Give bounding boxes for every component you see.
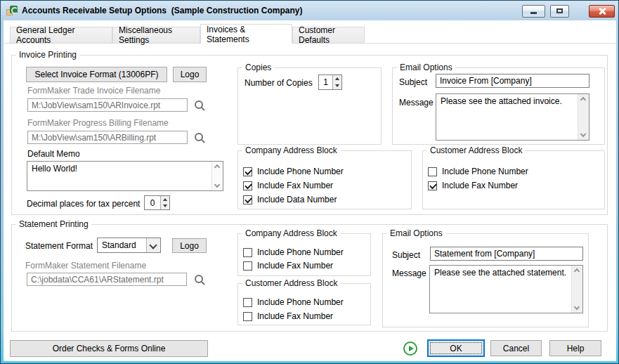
statement-customer-phone-checkbox[interactable]: Include Phone Number xyxy=(243,297,344,307)
checkbox-icon xyxy=(428,181,437,190)
spinner-down-icon[interactable] xyxy=(161,203,169,210)
dialog-window: Accounts Receivable Setup Options (Sampl… xyxy=(0,0,619,364)
checkbox-label: Include Phone Number xyxy=(257,167,344,176)
checkbox-icon xyxy=(243,181,252,190)
invoice-printing-group-label: Invoice Printing xyxy=(16,49,79,60)
minimize-button[interactable] xyxy=(522,5,545,18)
trade-invoice-filename-label: FormMaker Trade Invoice Filename xyxy=(27,86,160,96)
statement-email-options-label: Email Options xyxy=(387,228,445,239)
statement-filename-label: FormMaker Statement Filename xyxy=(25,261,146,271)
statement-company-fax-checkbox[interactable]: Include Fax Number xyxy=(243,261,333,271)
scroll-up-icon[interactable] xyxy=(580,97,586,103)
invoice-email-subject-label: Subject xyxy=(399,77,427,87)
tab-label: General Ledger Accounts xyxy=(16,25,106,45)
spinner-down-icon[interactable] xyxy=(333,82,341,89)
tab-label: Invoices & Statements xyxy=(207,25,286,44)
checkbox-icon xyxy=(243,312,252,321)
invoice-logo-button[interactable]: Logo xyxy=(173,67,207,82)
invoice-company-data-checkbox[interactable]: Include Data Number xyxy=(243,195,337,204)
invoice-customer-address-label: Customer Address Block xyxy=(427,145,525,156)
statement-customer-fax-checkbox[interactable]: Include Fax Number xyxy=(243,311,333,321)
invoice-customer-phone-checkbox[interactable]: Include Phone Number xyxy=(428,167,528,176)
maximize-button[interactable] xyxy=(550,5,569,18)
scroll-down-icon[interactable] xyxy=(574,304,580,310)
statement-format-label: Statement Format xyxy=(25,241,93,251)
invoice-email-message-label: Message xyxy=(399,98,434,108)
statement-email-message-label: Message xyxy=(392,268,426,278)
scroll-up-icon[interactable] xyxy=(574,268,580,274)
default-memo-text: Hello World! xyxy=(32,164,207,174)
scroll-down-icon[interactable] xyxy=(214,182,220,188)
checkbox-icon xyxy=(243,261,252,271)
invoice-company-fax-checkbox[interactable]: Include Fax Number xyxy=(243,181,333,190)
progress-billing-filename-field[interactable]: M:\JobView\sam150\ARBilling.rpt xyxy=(27,131,188,144)
tab-miscellaneous-settings[interactable]: Miscellaneous Settings xyxy=(112,27,200,44)
checkbox-label: Include Fax Number xyxy=(257,311,333,321)
tab-label: Customer Defaults xyxy=(299,25,358,45)
statement-email-message-textarea[interactable]: Please see the attached statement. xyxy=(429,265,583,313)
close-button[interactable] xyxy=(589,5,615,18)
close-icon xyxy=(598,7,606,15)
ok-button[interactable]: OK xyxy=(427,339,485,357)
default-memo-textarea[interactable]: Hello World! xyxy=(27,161,223,191)
invoice-company-address-label: Company Address Block xyxy=(242,145,340,156)
tab-label: Miscellaneous Settings xyxy=(119,25,194,45)
statement-email-subject-label: Subject xyxy=(392,250,420,260)
run-play-icon[interactable] xyxy=(403,342,417,356)
invoice-company-phone-checkbox[interactable]: Include Phone Number xyxy=(243,167,344,176)
statement-email-message-text: Please see the attached statement. xyxy=(434,268,567,278)
tab-customer-defaults[interactable]: Customer Defaults xyxy=(292,27,365,44)
statement-customer-address-label: Customer Address Block xyxy=(242,278,340,289)
statement-company-phone-checkbox[interactable]: Include Phone Number xyxy=(243,247,344,257)
help-button[interactable]: Help xyxy=(549,340,601,356)
trade-invoice-browse-icon[interactable] xyxy=(195,100,203,109)
title-bar[interactable]: Accounts Receivable Setup Options (Sampl… xyxy=(1,1,618,20)
number-of-copies-label: Number of Copies xyxy=(245,78,313,88)
statement-filename-field[interactable]: C:\jobdata\CCA61\ARStatement.rpt xyxy=(27,273,187,286)
statement-email-message-scrollbar[interactable] xyxy=(571,266,582,313)
checkbox-label: Include Fax Number xyxy=(442,181,518,190)
invoice-email-message-text: Please see the attached invoice. xyxy=(441,96,573,107)
invoice-email-message-textarea[interactable]: Please see the attached invoice. xyxy=(436,93,589,141)
invoice-customer-fax-checkbox[interactable]: Include Fax Number xyxy=(428,181,518,190)
spinner-up-icon[interactable] xyxy=(161,196,169,203)
spinner-up-icon[interactable] xyxy=(333,75,341,82)
trade-invoice-filename-field[interactable]: M:\JobView\sam150\ARInvoice.rpt xyxy=(27,98,188,112)
minimize-icon xyxy=(530,12,537,14)
tab-invoices-statements[interactable]: Invoices & Statements xyxy=(200,24,292,44)
progress-billing-browse-icon[interactable] xyxy=(195,133,203,141)
app-icon xyxy=(6,5,18,16)
checkbox-label: Include Phone Number xyxy=(257,297,344,307)
statement-printing-group-label: Statement Printing xyxy=(16,219,91,230)
statement-logo-button[interactable]: Logo xyxy=(172,238,207,253)
order-checks-forms-button[interactable]: Order Checks & Forms Online xyxy=(10,340,208,357)
checkbox-icon xyxy=(243,298,252,307)
decimal-places-value: 0 xyxy=(145,196,160,209)
decimal-places-label: Decimal places for tax percent xyxy=(27,199,140,209)
checkbox-icon xyxy=(243,248,252,257)
checkbox-icon xyxy=(428,167,437,176)
checkbox-label: Include Fax Number xyxy=(257,181,333,190)
invoice-email-subject-field[interactable]: Invoice From [Company] xyxy=(436,74,589,88)
chevron-down-icon[interactable] xyxy=(146,238,160,252)
decimal-places-spinner[interactable]: 0 xyxy=(144,195,170,210)
statement-browse-icon[interactable] xyxy=(195,275,203,283)
select-invoice-format-button[interactable]: Select Invoice Format (13006PF) xyxy=(26,67,167,82)
statement-email-subject-field[interactable]: Statement from [Company] xyxy=(430,247,583,261)
scroll-down-icon[interactable] xyxy=(580,131,586,137)
statement-format-value: Standard xyxy=(98,238,146,252)
number-of-copies-spinner[interactable]: 1 xyxy=(318,74,342,90)
progress-billing-filename-label: FormMaker Progress Billing Filename xyxy=(27,118,169,128)
scroll-up-icon[interactable] xyxy=(214,164,220,170)
cancel-button[interactable]: Cancel xyxy=(490,340,542,356)
statement-format-dropdown[interactable]: Standard xyxy=(97,238,161,253)
invoice-email-message-scrollbar[interactable] xyxy=(578,94,589,140)
checkbox-label: Include Fax Number xyxy=(257,261,333,271)
checkbox-icon xyxy=(243,195,252,204)
checkbox-icon xyxy=(243,167,252,176)
tab-general-ledger-accounts[interactable]: General Ledger Accounts xyxy=(10,27,112,44)
invoice-email-options-label: Email Options xyxy=(397,62,455,73)
default-memo-scrollbar[interactable] xyxy=(211,162,223,190)
checkbox-label: Include Phone Number xyxy=(257,247,344,257)
checkbox-label: Include Data Number xyxy=(257,195,337,204)
